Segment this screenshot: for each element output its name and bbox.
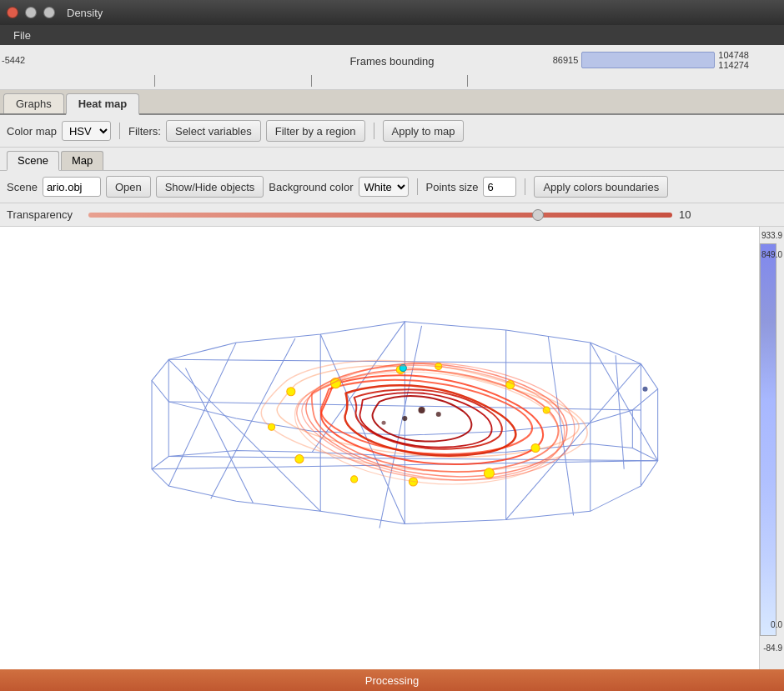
- main-tabs: Graphs Heat map: [0, 90, 784, 115]
- points-size-input[interactable]: [483, 177, 516, 197]
- scene-controls: Scene Open Show/Hide objects Background …: [0, 171, 784, 203]
- select-variables-button[interactable]: Select variables: [166, 120, 261, 142]
- scene-label: Scene: [7, 181, 38, 193]
- subtabs: Scene Map: [0, 148, 784, 171]
- subtab-map[interactable]: Map: [61, 151, 103, 170]
- filter-region-button[interactable]: Filter by a region: [266, 120, 365, 142]
- frames-label: Frames bounding: [349, 55, 434, 68]
- separator-1: [119, 123, 120, 139]
- toolbar-row: Color map HSV Jet Gray Filters: Select v…: [0, 115, 784, 148]
- scene-file-input[interactable]: [43, 177, 101, 197]
- separator-4: [525, 178, 525, 195]
- apply-colors-button[interactable]: Apply colors boundaries: [534, 176, 668, 198]
- apply-map-button[interactable]: Apply to map: [383, 120, 465, 142]
- file-menu[interactable]: File: [7, 28, 38, 43]
- tab-graphs[interactable]: Graphs: [3, 93, 64, 113]
- show-hide-button[interactable]: Show/Hide objects: [156, 176, 264, 198]
- frame-value2: 104748: [718, 50, 749, 60]
- bg-color-select[interactable]: White Black Gray: [359, 177, 409, 197]
- transparency-thumb[interactable]: [532, 209, 544, 221]
- colormap-select[interactable]: HSV Jet Gray: [62, 121, 111, 141]
- scale-bar: 933.9 849.0 0.0 -84.9: [760, 227, 784, 669]
- color-gradient-bar: [760, 243, 776, 636]
- svg-point-42: [436, 412, 441, 417]
- bg-color-label: Background color: [269, 181, 353, 193]
- svg-point-41: [402, 416, 407, 421]
- separator-3: [417, 178, 418, 195]
- subtab-scene[interactable]: Scene: [7, 151, 59, 171]
- ruler: [0, 75, 784, 90]
- close-button[interactable]: [7, 7, 18, 18]
- statusbar: Processing: [0, 669, 784, 691]
- open-button[interactable]: Open: [106, 176, 151, 198]
- transparency-value: 10: [679, 208, 691, 221]
- svg-point-35: [351, 476, 358, 483]
- svg-point-43: [382, 421, 386, 425]
- tick-1: [154, 75, 155, 87]
- status-label: Processing: [365, 674, 419, 687]
- separator-2: [374, 123, 374, 139]
- frames-bounding-row: Frames bounding -5442 86915 104748 11427…: [0, 45, 784, 75]
- svg-point-44: [642, 387, 647, 392]
- frame-value1: 86915: [553, 55, 579, 65]
- visualization-area: 933.9 849.0 0.0 -84.9: [0, 227, 784, 669]
- svg-point-32: [531, 443, 540, 452]
- scene-svg: [0, 227, 759, 669]
- svg-point-37: [269, 423, 275, 430]
- svg-point-40: [419, 407, 425, 413]
- minimize-button[interactable]: [25, 7, 37, 18]
- colormap-label: Color map: [7, 125, 57, 138]
- transparency-row: Transparency 10: [0, 203, 784, 227]
- transparency-label: Transparency: [7, 208, 82, 221]
- tick-2: [311, 75, 312, 87]
- tab-heatmap[interactable]: Heat map: [66, 93, 140, 115]
- right-sidebar: 933.9 849.0 0.0 -84.9: [759, 227, 784, 669]
- menubar: File: [0, 25, 784, 45]
- window-title: Density: [67, 7, 103, 19]
- scale-bottom1: 0.0: [771, 620, 782, 629]
- frame-range-slider[interactable]: [581, 52, 715, 68]
- canvas-area[interactable]: [0, 227, 759, 669]
- transparency-slider[interactable]: [88, 213, 672, 218]
- tick-3: [467, 75, 468, 87]
- frames-left-value: -5442: [2, 55, 25, 65]
- scale-bottom2: -84.9: [763, 643, 782, 653]
- main-content: Frames bounding -5442 86915 104748 11427…: [0, 45, 784, 691]
- svg-point-38: [287, 388, 295, 396]
- svg-rect-0: [0, 242, 759, 654]
- scale-top: 933.9: [761, 231, 782, 240]
- frame-slider-area[interactable]: 86915 104748 114274: [553, 50, 751, 70]
- scale-mid: 849.0: [761, 250, 782, 259]
- points-size-label: Points size: [426, 181, 479, 193]
- frames-right-values: 104748 114274: [718, 50, 751, 70]
- frame-value3: 114274: [718, 60, 749, 70]
- filters-label: Filters:: [128, 125, 161, 138]
- titlebar: Density: [0, 0, 784, 25]
- maximize-button[interactable]: [43, 7, 55, 18]
- svg-point-36: [295, 455, 304, 463]
